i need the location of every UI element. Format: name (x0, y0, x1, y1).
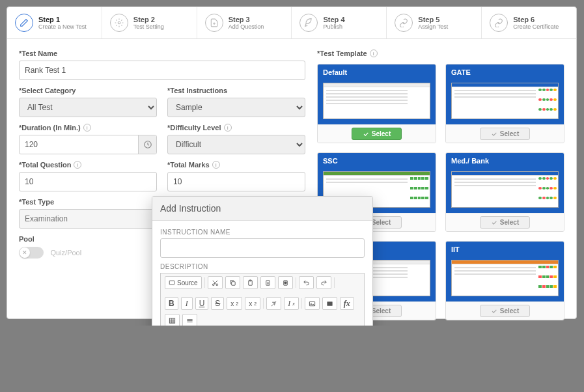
rich-text-editor: Source W B I U S x2 (160, 273, 365, 326)
step-5[interactable]: Step 5Assign Test (387, 7, 482, 38)
function-button[interactable]: fx (340, 297, 354, 310)
difficulty-label: *Difficulty Level (167, 124, 221, 132)
bold-button[interactable]: B (165, 297, 178, 310)
svg-text:W: W (284, 282, 286, 285)
template-card-default[interactable]: Default Select (317, 64, 436, 143)
step-title: Step 2 (133, 16, 164, 23)
category-label: *Select Category (19, 87, 157, 94)
step-title: Step 1 (38, 16, 87, 23)
pool-toggle-label: Quiz/Pool (50, 249, 81, 257)
template-name: SSC (318, 153, 436, 169)
info-icon[interactable]: i (83, 124, 91, 132)
select-button[interactable]: Select (352, 128, 402, 140)
step-6[interactable]: Step 6Create Certificate (482, 7, 576, 38)
document-plus-icon (205, 14, 223, 32)
step-sub: Publish (323, 23, 344, 30)
step-3[interactable]: Step 3Add Question (197, 7, 292, 38)
toggle-knob: ✕ (20, 247, 30, 258)
image-icon[interactable] (305, 297, 320, 310)
step-title: Step 3 (229, 16, 264, 23)
template-thumb (451, 83, 559, 119)
test-type-label: *Test Type (19, 198, 157, 206)
link-icon (395, 14, 413, 32)
modal-title: Add Instruction (152, 197, 372, 221)
certificate-icon (490, 14, 508, 32)
table-icon[interactable] (165, 314, 180, 326)
svg-rect-14 (169, 318, 174, 322)
add-instruction-modal: Add Instruction INSTRUCTION NAME DESCRIP… (152, 196, 373, 326)
paste-icon[interactable] (243, 276, 258, 289)
gear-icon (110, 14, 128, 32)
wizard-steps: Step 1Create a New Test Step 2Test Setti… (7, 7, 576, 39)
svg-rect-13 (327, 301, 332, 305)
duration-label: *Duration (In Min.) (19, 124, 81, 132)
total-question-label: *Total Question (19, 161, 71, 169)
template-label: *Test Template (317, 49, 367, 57)
category-select[interactable]: All Test (19, 98, 157, 117)
step-sub: Test Setting (133, 23, 164, 30)
underline-button[interactable]: U (195, 297, 209, 310)
svg-rect-5 (231, 281, 235, 285)
redo-icon[interactable] (316, 276, 331, 289)
select-button[interactable]: Select (480, 128, 530, 140)
clear-format-button[interactable]: Ix (284, 297, 299, 310)
step-2[interactable]: Step 2Test Setting (102, 7, 197, 38)
step-sub: Create a New Test (38, 23, 87, 30)
template-card-iit[interactable]: IIT Select (445, 241, 564, 320)
info-icon[interactable]: i (370, 49, 378, 57)
total-marks-label: *Total Marks (167, 161, 210, 169)
paste-text-icon[interactable] (260, 276, 275, 289)
test-name-input[interactable] (19, 61, 305, 80)
instructions-select[interactable]: Sample (167, 98, 305, 117)
template-name: GATE (446, 64, 564, 80)
step-4[interactable]: Step 4Publish (292, 7, 387, 38)
strikethrough-button[interactable]: S (211, 297, 224, 310)
embed-icon[interactable] (322, 297, 337, 310)
step-sub: Assign Test (418, 23, 448, 30)
select-button[interactable]: Select (480, 305, 530, 317)
duration-input[interactable] (19, 135, 157, 154)
copy-icon[interactable] (225, 276, 240, 289)
test-type-input[interactable] (19, 209, 157, 229)
step-1[interactable]: Step 1Create a New Test (7, 7, 102, 38)
superscript-button[interactable]: x2 (245, 297, 260, 310)
total-marks-input[interactable] (167, 172, 305, 191)
editor-toolbar: Source W B I U S x2 (161, 273, 364, 326)
undo-icon[interactable] (299, 276, 314, 289)
source-button[interactable]: Source (165, 276, 202, 289)
clock-icon[interactable] (138, 135, 156, 154)
info-icon[interactable]: i (212, 161, 220, 169)
info-icon[interactable]: i (224, 124, 232, 132)
template-name: Med./ Bank (446, 153, 564, 169)
italic-button[interactable]: I (181, 297, 193, 310)
info-icon[interactable]: i (74, 161, 81, 169)
instruction-name-input[interactable] (160, 238, 365, 258)
step-title: Step 6 (513, 16, 559, 23)
rocket-icon (299, 14, 318, 32)
svg-point-0 (118, 21, 120, 24)
hr-icon[interactable] (182, 314, 197, 326)
template-name: IIT (446, 242, 564, 257)
template-card-gate[interactable]: GATE Select (445, 64, 564, 143)
template-name: Default (318, 64, 436, 80)
svg-rect-2 (169, 281, 174, 285)
cut-icon[interactable] (208, 276, 223, 289)
step-title: Step 4 (323, 16, 344, 23)
pool-toggle[interactable]: ✕ (19, 247, 44, 259)
pencil-icon (15, 14, 33, 32)
remove-format-icon[interactable] (266, 297, 281, 310)
difficulty-select[interactable]: Difficult (167, 135, 305, 154)
step-title: Step 5 (418, 16, 448, 23)
paste-word-icon[interactable]: W (278, 276, 293, 289)
description-label: DESCRIPTION (160, 263, 365, 270)
select-button[interactable]: Select (480, 216, 530, 229)
template-thumb (451, 260, 559, 296)
step-sub: Add Question (229, 23, 264, 30)
total-question-input[interactable] (19, 172, 157, 191)
instructions-label: *Test Instructions (167, 87, 305, 94)
instruction-name-label: INSTRUCTION NAME (160, 229, 365, 236)
template-thumb (323, 83, 430, 119)
template-card-med-bank[interactable]: Med./ Bank Select (445, 152, 564, 232)
test-name-label: *Test Name (19, 49, 305, 57)
subscript-button[interactable]: x2 (227, 297, 242, 310)
